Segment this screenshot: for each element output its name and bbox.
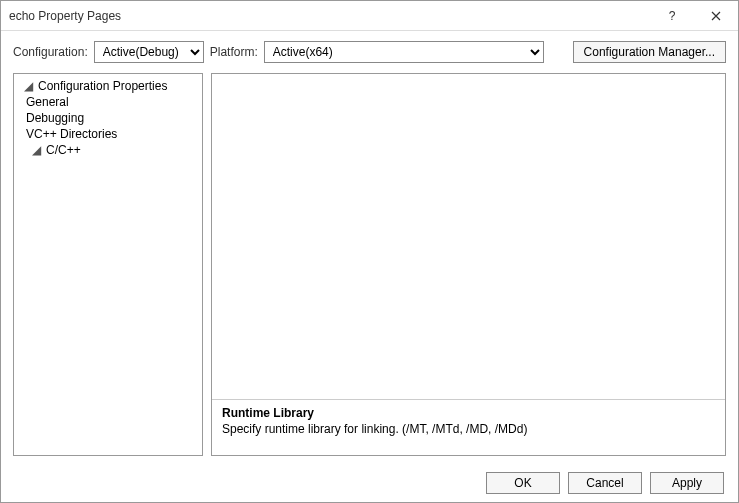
window-title: echo Property Pages [9, 9, 650, 23]
tree-toggle-icon[interactable]: ◢ [22, 79, 34, 93]
dialog-footer: OK Cancel Apply [1, 464, 738, 502]
property-pages-dialog: echo Property Pages ? Configuration: Act… [0, 0, 739, 503]
config-toolbar: Configuration: Active(Debug) Platform: A… [1, 31, 738, 73]
right-pane: Runtime Library Specify runtime library … [211, 73, 726, 456]
tree-cpp[interactable]: C/C++ [42, 142, 85, 158]
dialog-body: ◢Configuration PropertiesGeneralDebuggin… [1, 73, 738, 464]
titlebar: echo Property Pages ? [1, 1, 738, 31]
nav-tree[interactable]: ◢Configuration PropertiesGeneralDebuggin… [13, 73, 203, 456]
configuration-label: Configuration: [13, 45, 88, 59]
tree-item[interactable]: Debugging [22, 110, 88, 126]
platform-select[interactable]: Active(x64) [264, 41, 544, 63]
configuration-manager-button[interactable]: Configuration Manager... [573, 41, 726, 63]
tree-item[interactable]: General [22, 94, 73, 110]
cancel-button[interactable]: Cancel [568, 472, 642, 494]
description-text: Specify runtime library for linking. (/M… [222, 422, 715, 436]
tree-item[interactable]: VC++ Directories [22, 126, 121, 142]
description-title: Runtime Library [222, 406, 715, 420]
tree-root-label[interactable]: Configuration Properties [34, 78, 171, 94]
platform-label: Platform: [210, 45, 258, 59]
close-button[interactable] [694, 1, 738, 31]
apply-button[interactable]: Apply [650, 472, 724, 494]
property-grid[interactable] [212, 74, 725, 399]
description-pane: Runtime Library Specify runtime library … [212, 399, 725, 455]
close-icon [711, 11, 721, 21]
ok-button[interactable]: OK [486, 472, 560, 494]
help-button[interactable]: ? [650, 1, 694, 31]
tree-toggle-icon[interactable]: ◢ [30, 143, 42, 157]
property-grid-wrap: Runtime Library Specify runtime library … [211, 73, 726, 456]
configuration-select[interactable]: Active(Debug) [94, 41, 204, 63]
